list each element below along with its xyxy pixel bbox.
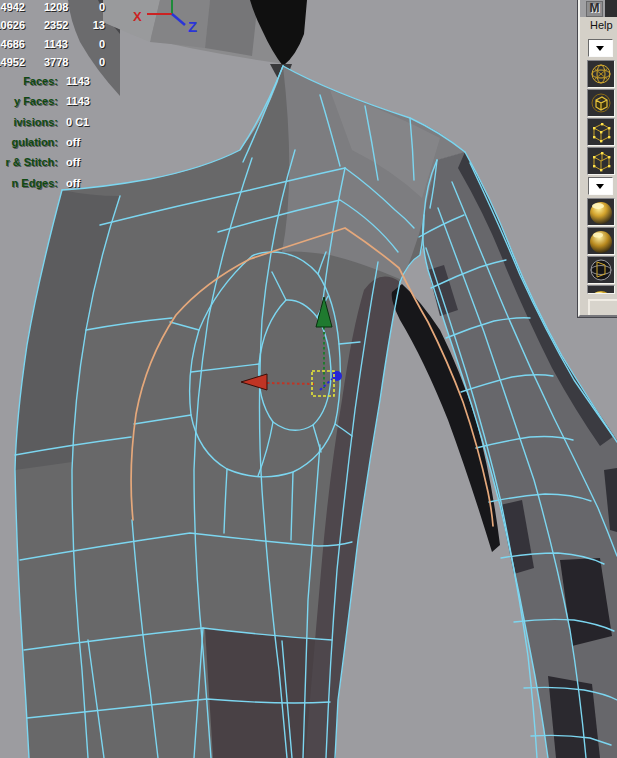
shelf-tab-dropdown[interactable] [588,39,613,57]
hud-edges-total: 10626 [0,19,25,31]
hud-edges-object: 2352 [44,19,68,31]
mesh-scene[interactable]: X Z [0,0,617,758]
hud-readout-value: 0 C1 [66,116,89,128]
hud-readout-value: off [66,177,80,189]
hud-uvs-selected: 0 [90,56,105,68]
window-titlebar[interactable]: M [580,0,617,17]
poly-cube-vertices-icon[interactable] [587,118,615,146]
hud-faces-selected: 0 [90,38,105,50]
hud-faces-total: 4686 [0,38,25,50]
hud-verts-total: 4942 [0,1,25,13]
hud-faces-object: 1143 [44,38,68,50]
axis-x-label: X [133,9,142,24]
shaded-gold-sphere-alt-icon[interactable] [587,227,615,255]
3d-viewport[interactable]: X Z 4942 1208 0 10626 2352 13 4686 1143 … [0,0,617,758]
hud-readout-label: n Edges: [0,177,58,189]
shelf-tab-dropdown-2[interactable] [588,177,613,195]
hud-verts-selected: 0 [90,1,105,13]
hud-edges-selected: 13 [90,19,105,31]
hud-readout-value: 1143 [66,75,90,87]
poly-cube-vertices-alt-icon[interactable] [587,147,615,175]
hud-readout-value: off [66,156,80,168]
hud-uvs-total: 14952 [0,56,25,68]
poly-sphere-wire-icon[interactable] [587,60,615,88]
hud-verts-object: 1208 [44,1,68,13]
hud-uvs-object: 3778 [44,56,68,68]
dark-sphere-wire-icon[interactable] [587,256,615,284]
shaded-gold-sphere-icon[interactable] [587,198,615,226]
poly-cube-in-sphere-icon[interactable] [587,89,615,117]
window-menubar: Help [580,17,617,33]
hud-readout-label: gulation: [0,136,58,148]
hud-readout-label: y Faces: [0,95,58,107]
floating-shelf-window: M Help [577,0,617,318]
panel-bottom-button[interactable] [588,299,617,317]
axis-z-label: Z [188,18,197,35]
hud-readout-label: ivisions: [0,116,58,128]
maya-logo-icon[interactable]: M [586,1,603,17]
shaded-gold-partial-icon[interactable] [587,285,615,294]
hud-readout-value: 1143 [66,95,90,107]
hud-readout-value: off [66,136,80,148]
hud-readout-label: r & Stitch: [0,156,58,168]
window-title-fragment [605,0,617,17]
hud-readout-label: Faces: [0,75,58,87]
menu-help[interactable]: Help [590,19,613,31]
